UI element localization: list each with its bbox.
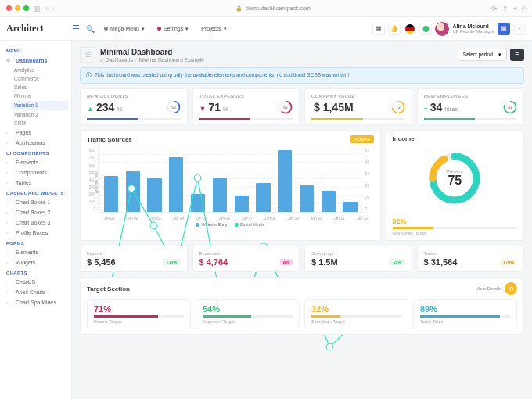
sidebar-item-profileboxes[interactable]: ▫Profile Boxes	[0, 228, 71, 238]
app-topbar: Architect ☰ 🔍 Mega Menu▾ Settings▾ Proje…	[0, 17, 532, 41]
kpi-ring: 72	[390, 99, 406, 115]
sidebar-sub-variation2[interactable]: Variation 2	[0, 110, 71, 119]
target-card: 32% Spendings Target	[304, 299, 408, 329]
settings-dropdown[interactable]: Settings▾	[153, 24, 192, 34]
browser-chrome: ▥ ‹ › 🔒demo.dashboardpack.com ⟳ ⇪ + ⎘	[0, 0, 532, 17]
share-icon[interactable]: ⇪	[502, 5, 509, 13]
view-details-link[interactable]: View Details	[476, 286, 501, 291]
income-donut-chart: Percent 75	[426, 150, 483, 207]
sidebar-item-components[interactable]: ▫Components	[0, 167, 71, 178]
target-card: 54% Expenses Target	[196, 299, 300, 329]
svg-text:50: 50	[171, 104, 176, 109]
sidebar-item-applications[interactable]: ▫Applications	[0, 138, 71, 148]
target-card: 71% Income Target	[87, 299, 191, 329]
main-content: ☷ Minimal Dashboard ⌂ Dashboards / Minim…	[72, 41, 532, 399]
chartjs-icon: ▫	[6, 279, 13, 285]
chart-icon: ▫	[6, 220, 13, 225]
options-icon[interactable]: ⋮	[513, 23, 526, 35]
stat-card: Expenses $ 4,7648%	[192, 246, 300, 272]
chart-bar	[235, 196, 249, 212]
home-icon[interactable]: ⌂	[100, 57, 103, 63]
trend-icon: ▲	[87, 105, 94, 113]
sidebar-item-pages[interactable]: ▫Pages	[0, 128, 71, 138]
sidebar-section-ui: UI COMPONENTS	[0, 148, 71, 157]
chart-bar	[322, 191, 336, 212]
delta-badge: +14%	[163, 259, 180, 265]
apex-icon: ▫	[6, 289, 13, 295]
tabs-icon[interactable]: ⎘	[522, 5, 526, 13]
user-role: VP People Manager	[452, 29, 494, 34]
back-icon[interactable]: ‹	[45, 5, 48, 13]
breadcrumb-item[interactable]: Dashboards	[106, 57, 133, 63]
chart-bar	[300, 185, 314, 212]
sidebar-section-forms: FORMS	[0, 238, 71, 247]
rocket-icon: ◆	[6, 57, 13, 63]
chart-bar	[343, 202, 357, 212]
window-controls[interactable]	[6, 5, 29, 11]
mega-menu-dropdown[interactable]: Mega Menu▾	[100, 24, 149, 34]
projects-dropdown[interactable]: Projects▾	[197, 24, 230, 34]
breadcrumb: ⌂ Dashboards / Minimal Dashboard Example	[100, 57, 204, 63]
card-title: Target Section	[87, 286, 130, 293]
chart-bar	[104, 176, 118, 212]
sidebar-item-chartboxes1[interactable]: ▫Chart Boxes 1	[0, 197, 71, 207]
user-avatar[interactable]	[435, 22, 449, 36]
brand-logo[interactable]: Architect	[6, 23, 67, 34]
table-icon: ▫	[6, 180, 13, 185]
sidebar-sub-sales[interactable]: Sales	[0, 83, 71, 92]
svg-point-22	[326, 343, 333, 350]
sidebar-sub-minimal[interactable]: Minimal	[0, 92, 71, 100]
language-flag[interactable]	[404, 23, 416, 35]
income-card: Income Percent 75	[386, 130, 524, 241]
actions-button[interactable]: Actions	[350, 135, 374, 143]
sidebar-item-elements[interactable]: ▫Elements	[0, 157, 71, 167]
sidebar-item-dashboards[interactable]: ◆Dashboards	[0, 55, 71, 66]
sidebar-item-sparklines[interactable]: ▫Chart Sparklines	[0, 297, 71, 307]
sidebar-sub-analytics[interactable]: Analytics	[0, 66, 71, 74]
page-icon: ▫	[6, 130, 13, 135]
page-title: Minimal Dashboard	[100, 48, 204, 56]
target-card: 89% Totals Target	[413, 299, 517, 329]
chart-bar	[256, 183, 270, 212]
sidebar-item-chartboxes3[interactable]: ▫Chart Boxes 3	[0, 217, 71, 228]
sidebar-item-chartjs[interactable]: ▫ChartJS	[0, 277, 71, 287]
car-icon: ▫	[6, 170, 13, 175]
forward-icon[interactable]: ›	[52, 5, 55, 13]
traffic-chart: Website Blog 8007006005004003002001000 5…	[87, 146, 374, 221]
reload-icon[interactable]: ⟳	[491, 5, 498, 13]
user-info[interactable]: Alina Mclourd VP People Manager	[452, 23, 494, 34]
chart-bar	[147, 178, 161, 212]
kpi-card: NEW ACCOUNTS ▲ 234 % 50	[80, 88, 188, 125]
sidebar-item-widgets[interactable]: ▫Widgets	[0, 257, 71, 268]
menu-toggle-icon[interactable]: ☰	[72, 23, 80, 34]
search-icon[interactable]: 🔍	[84, 23, 95, 34]
url-bar[interactable]: 🔒demo.dashboardpack.com	[59, 5, 487, 12]
gear-icon[interactable]: ⚙	[505, 282, 517, 295]
kpi-ring: 62	[278, 99, 293, 115]
activity-icon[interactable]: ⬤	[419, 23, 432, 35]
chart-legend: Website Blog Social Media	[87, 222, 374, 227]
sidebar-sub-commerce[interactable]: Commerce	[0, 74, 71, 83]
sidebar-item-chartboxes2[interactable]: ▫Chart Boxes 2	[0, 207, 71, 217]
download-button[interactable]: ☰	[510, 49, 524, 61]
delta-badge: 15%	[390, 259, 404, 265]
sidebar-item-apex[interactable]: ▫Apex Charts	[0, 287, 71, 297]
sidebar-item-tables[interactable]: ▫Tables	[0, 178, 71, 188]
profile-icon: ▫	[6, 230, 13, 235]
info-alert: ⓘThis dashboard was created using only t…	[80, 67, 524, 84]
sidebar-section-menu: MENU	[0, 45, 71, 55]
sidebar-sub-variation1[interactable]: Variation 1	[11, 101, 68, 110]
sidebar-toggle-icon[interactable]: ▥	[34, 5, 41, 13]
dashboard-shortcut-icon[interactable]: ▦	[498, 23, 510, 35]
widget-icon: ▫	[6, 260, 13, 265]
sidebar-item-form-elements[interactable]: ▫Elements	[0, 247, 71, 257]
svg-text:62: 62	[283, 104, 288, 109]
grid-apps-icon[interactable]: ▦	[372, 23, 385, 35]
sidebar-sub-crm[interactable]: CRM	[0, 119, 71, 128]
card-title: Traffic Sources	[87, 136, 132, 143]
select-period-dropdown[interactable]: Select period... ▾	[458, 49, 507, 61]
kpi-card: TOTAL EXPENSES ▼ 71 % 62	[192, 88, 300, 125]
notifications-icon[interactable]: 🔔	[388, 23, 401, 35]
stat-card: Income $ 5,456+14%	[80, 246, 188, 272]
new-tab-icon[interactable]: +	[513, 5, 517, 13]
